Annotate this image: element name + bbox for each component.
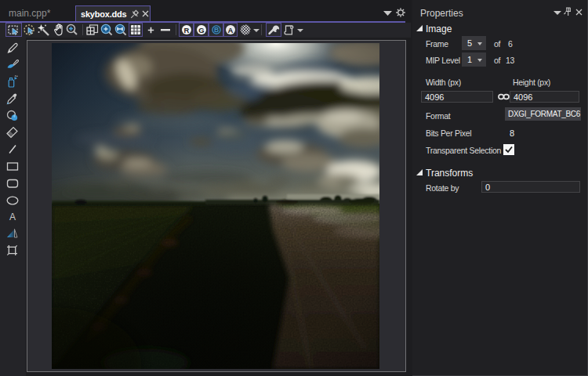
svg-text:A: A [9,212,16,222]
svg-text:R: R [184,26,190,34]
svg-text:B: B [214,26,219,34]
svg-text:A: A [228,26,234,34]
svg-text:G: G [198,26,204,34]
